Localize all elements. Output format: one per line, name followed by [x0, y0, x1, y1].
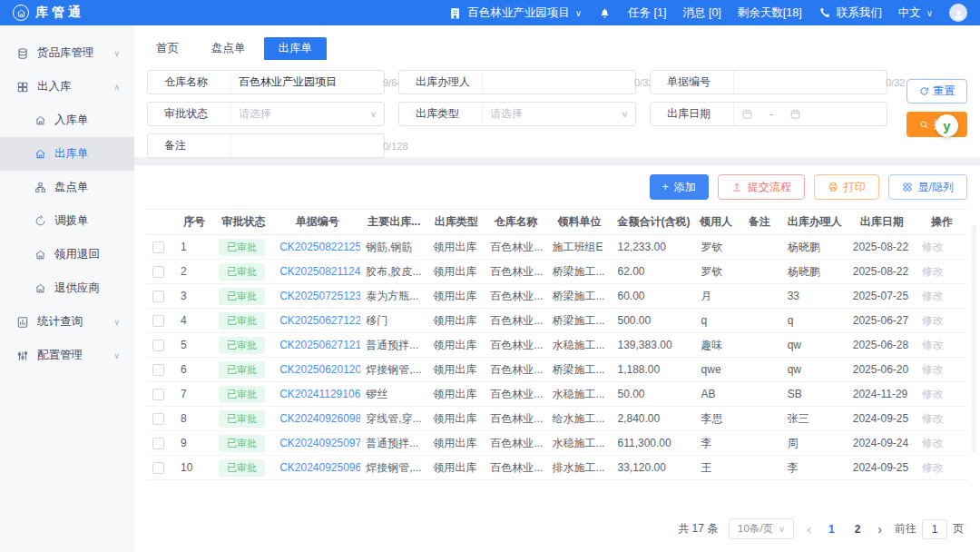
assistant-badge[interactable]: y: [936, 114, 958, 137]
edit-link[interactable]: 修改: [922, 388, 944, 400]
page-size-value: 10条/页: [738, 522, 773, 536]
doc-code-link[interactable]: CK20250822125: [279, 241, 360, 253]
select-all-header: [147, 210, 175, 235]
cell-handler: 周: [782, 431, 848, 456]
goto-page-input[interactable]: [922, 519, 947, 539]
print-button[interactable]: 打印: [814, 174, 879, 200]
sidebar-item-goods-management[interactable]: 货品库管理 ∨: [0, 36, 134, 70]
outbound-handler-field[interactable]: 出库办理人 0/32: [398, 70, 636, 94]
row-checkbox[interactable]: [152, 413, 164, 425]
sidebar-item-stocktake-order[interactable]: 盘点单: [0, 171, 134, 204]
toggle-columns-button[interactable]: 显/隐列: [888, 174, 967, 200]
cell-seq: 1: [175, 235, 213, 260]
contact-link[interactable]: 联系我们: [818, 5, 882, 21]
cell-date: 2024-11-29: [848, 382, 916, 407]
tab-outbound[interactable]: 出库单: [264, 37, 328, 60]
edit-link[interactable]: 修改: [922, 437, 944, 449]
cell-action: 修改: [916, 333, 967, 358]
sidebar-item-statistics-query[interactable]: 统计查询 ∨: [0, 305, 134, 339]
tab-stocktake[interactable]: 盘点单: [197, 37, 260, 60]
row-checkbox[interactable]: [152, 389, 164, 400]
add-button[interactable]: +添加: [650, 174, 709, 200]
doc-code-link[interactable]: CK20250620120: [279, 363, 360, 376]
doc-number-input[interactable]: [741, 76, 882, 89]
row-checkbox[interactable]: [152, 340, 164, 351]
table-scrollbar[interactable]: [972, 225, 976, 452]
table-row: 7 已审批 CK20241129106 锣丝 领用出库 百色林业... 水稳施工…: [147, 382, 967, 407]
tasks-link[interactable]: 任务 [1]: [628, 5, 666, 21]
col-amount: 金额合计(含税): [612, 210, 696, 235]
edit-link[interactable]: 修改: [922, 290, 944, 302]
sidebar-item-requisition-return[interactable]: 领用退回: [0, 238, 134, 271]
doc-code-link[interactable]: CK20240925096: [279, 461, 360, 474]
edit-link[interactable]: 修改: [922, 412, 944, 425]
submit-flow-button[interactable]: 提交流程: [718, 174, 805, 200]
row-checkbox[interactable]: [152, 266, 164, 278]
status-badge: 已审批: [219, 410, 265, 428]
notification-bell[interactable]: [598, 6, 612, 20]
print-label: 打印: [844, 180, 866, 195]
doc-code-link[interactable]: CK20250627122: [279, 314, 360, 327]
remark-field[interactable]: 备注 0/128: [147, 133, 385, 158]
cell-action: 修改: [916, 456, 967, 480]
language-selector[interactable]: 中文 ∨: [898, 5, 933, 21]
cell-recipient: AB: [696, 382, 737, 407]
project-selector[interactable]: 百色林业产业园项目 ∨: [448, 5, 582, 21]
page-2-button[interactable]: 2: [850, 523, 866, 536]
reset-label: 重置: [934, 84, 956, 99]
warehouse-in-icon: [34, 114, 46, 126]
page-1-button[interactable]: 1: [824, 523, 839, 536]
row-checkbox[interactable]: [152, 315, 164, 327]
cell-unit: 水稳施工...: [546, 382, 612, 407]
doc-code-link[interactable]: CK20240925097: [279, 437, 360, 449]
doc-code-link[interactable]: CK20250725123: [279, 290, 360, 302]
printer-icon: [828, 182, 838, 192]
sidebar-item-transfer-order[interactable]: 调拨单: [0, 204, 134, 238]
warehouse-name-input[interactable]: [239, 76, 379, 89]
reset-button[interactable]: 重置: [906, 79, 967, 104]
cell-handler: 李: [782, 456, 848, 480]
approval-status-select[interactable]: 审批状态 请选择∨: [147, 102, 385, 126]
row-checkbox[interactable]: [152, 291, 164, 302]
outbound-date-range[interactable]: 出库日期 -: [650, 102, 887, 126]
cell-note: [737, 235, 782, 260]
messages-link[interactable]: 消息 [0]: [682, 5, 720, 21]
edit-link[interactable]: 修改: [922, 241, 944, 253]
doc-code-link[interactable]: CK20250821124: [279, 265, 360, 278]
cell-amount: 611,300.00: [612, 431, 696, 456]
page-size-select[interactable]: 10条/页 ∨: [729, 518, 794, 539]
cell-note: [737, 309, 782, 333]
row-checkbox[interactable]: [152, 438, 164, 449]
row-checkbox[interactable]: [152, 462, 164, 474]
warehouse-name-field[interactable]: 仓库名称 9/64: [147, 70, 385, 94]
sidebar-item-in-out-warehouse[interactable]: 出入库 ∧: [0, 70, 134, 104]
doc-code-link[interactable]: CK20240926098: [279, 412, 360, 425]
doc-code-link[interactable]: CK20241129106: [279, 388, 360, 400]
sliders-icon: [16, 350, 29, 362]
edit-link[interactable]: 修改: [922, 363, 944, 376]
row-checkbox[interactable]: [152, 364, 164, 376]
sidebar-item-configuration[interactable]: 配置管理 ∨: [0, 339, 134, 372]
outbound-handler-input[interactable]: [490, 76, 631, 89]
row-checkbox[interactable]: [152, 242, 164, 253]
person-icon: [952, 7, 965, 21]
user-avatar[interactable]: [949, 4, 967, 22]
doc-code-link[interactable]: CK20250627121: [279, 339, 360, 351]
next-page-button[interactable]: ›: [876, 522, 884, 537]
cell-checkbox: [147, 284, 175, 309]
edit-link[interactable]: 修改: [922, 314, 944, 327]
doc-number-field[interactable]: 单据编号 0/32: [650, 70, 887, 94]
sidebar-item-outbound-order[interactable]: 出库单: [0, 137, 134, 171]
page-suffix: 页: [953, 521, 964, 537]
remark-input[interactable]: [239, 140, 379, 153]
prev-page-button[interactable]: ‹: [805, 522, 813, 537]
tab-home[interactable]: 首页: [142, 37, 193, 60]
edit-link[interactable]: 修改: [922, 339, 944, 351]
sidebar-item-return-to-supplier[interactable]: 退供应商: [0, 271, 134, 305]
sidebar-item-inbound-order[interactable]: 入库单: [0, 104, 134, 137]
outbound-type-select[interactable]: 出库类型 请选择∨: [398, 102, 636, 126]
cell-recipient: 李思: [696, 407, 737, 431]
edit-link[interactable]: 修改: [922, 461, 944, 474]
cell-item: 钢筋,钢筋: [360, 235, 427, 260]
edit-link[interactable]: 修改: [922, 265, 944, 278]
